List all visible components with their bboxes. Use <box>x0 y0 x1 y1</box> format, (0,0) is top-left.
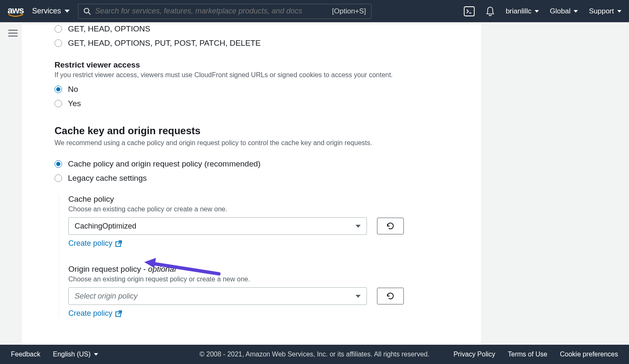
svg-point-0 <box>84 8 88 13</box>
origin-policy-placeholder: Select origin policy <box>75 292 138 301</box>
header-right: brianlillc Global Support <box>464 6 621 16</box>
http-method-option[interactable]: GET, HEAD, OPTIONS, PUT, POST, PATCH, DE… <box>55 39 469 48</box>
origin-policy-label-text: Origin request policy - <box>68 265 148 273</box>
footer-links: Privacy Policy Terms of Use Cookie prefe… <box>453 351 618 358</box>
radio-icon <box>55 86 62 93</box>
radio-icon <box>55 174 62 182</box>
cache-section-desc: We recommend using a cache policy and or… <box>55 139 469 147</box>
services-label: Services <box>32 7 61 16</box>
allowed-http-methods: GET, HEAD, OPTIONS GET, HEAD, OPTIONS, P… <box>55 24 469 48</box>
cache-mode-legacy[interactable]: Legacy cache settings <box>55 174 469 183</box>
cookies-link[interactable]: Cookie preferences <box>560 351 618 358</box>
feedback-link[interactable]: Feedback <box>11 351 40 358</box>
support-label: Support <box>589 7 614 16</box>
cache-policy-refresh[interactable] <box>377 218 404 234</box>
copyright-text: © 2008 - 2021, Amazon Web Services, Inc.… <box>200 351 429 358</box>
radio-label: Yes <box>68 99 81 108</box>
privacy-link[interactable]: Privacy Policy <box>453 351 495 358</box>
cache-policy-value: CachingOptimized <box>75 222 136 231</box>
svg-rect-2 <box>464 7 474 16</box>
cache-mode-group: Cache policy and origin request policy (… <box>55 159 469 183</box>
origin-policy-refresh[interactable] <box>377 288 404 304</box>
http-method-option[interactable]: GET, HEAD, OPTIONS <box>55 24 469 34</box>
radio-icon <box>55 100 62 107</box>
chevron-down-icon <box>94 353 98 356</box>
origin-policy-select[interactable]: Select origin policy <box>68 287 367 305</box>
origin-policy-optional: optional <box>148 265 176 273</box>
external-link-icon <box>115 310 122 317</box>
cache-section-heading: Cache key and origin requests <box>55 125 469 137</box>
cache-policy-label: Cache policy <box>68 195 469 204</box>
svg-line-1 <box>88 12 90 14</box>
language-label: English (US) <box>53 351 91 358</box>
content-area: GET, HEAD, OPTIONS GET, HEAD, OPTIONS, P… <box>22 22 629 345</box>
svg-line-10 <box>118 311 122 314</box>
search-shortcut: [Option+S] <box>332 7 366 16</box>
create-origin-policy-link[interactable]: Create policy <box>68 309 469 318</box>
aws-logo[interactable]: aws <box>8 7 24 18</box>
account-label: brianlillc <box>506 7 531 16</box>
radio-icon <box>55 25 62 33</box>
restrict-yes-option[interactable]: Yes <box>55 99 469 108</box>
cache-mode-recommended[interactable]: Cache policy and origin request policy (… <box>55 159 469 169</box>
svg-line-8 <box>118 241 122 244</box>
chevron-down-icon <box>65 10 70 13</box>
chevron-down-icon <box>617 10 621 13</box>
refresh-icon <box>386 221 395 231</box>
radio-label: GET, HEAD, OPTIONS <box>68 24 150 34</box>
account-menu[interactable]: brianlillc <box>506 7 539 16</box>
radio-label: No <box>68 85 78 94</box>
link-text: Create policy <box>68 309 112 318</box>
region-menu[interactable]: Global <box>550 7 578 16</box>
policy-settings: Cache policy Choose an existing cache po… <box>59 195 469 318</box>
support-menu[interactable]: Support <box>589 7 621 16</box>
restrict-viewer-desc: If you restrict viewer access, viewers m… <box>55 71 469 79</box>
radio-label: GET, HEAD, OPTIONS, PUT, POST, PATCH, DE… <box>68 39 261 48</box>
region-label: Global <box>550 7 570 16</box>
language-selector[interactable]: English (US) <box>53 351 98 358</box>
chevron-down-icon <box>535 10 539 13</box>
radio-label: Cache policy and origin request policy (… <box>68 159 260 169</box>
cloudshell-icon[interactable] <box>464 6 475 16</box>
global-search[interactable]: [Option+S] <box>78 4 372 19</box>
radio-icon <box>55 160 62 168</box>
cache-policy-desc: Choose an existing cache policy or creat… <box>68 205 469 213</box>
cache-policy-select[interactable]: CachingOptimized <box>68 217 367 235</box>
restrict-no-option[interactable]: No <box>55 85 469 94</box>
external-link-icon <box>115 240 122 247</box>
link-text: Create policy <box>68 239 112 248</box>
search-icon <box>83 8 91 15</box>
chevron-down-icon <box>356 295 361 298</box>
chevron-down-icon <box>356 225 361 228</box>
search-input[interactable] <box>95 7 328 16</box>
top-nav: aws Services [Option+S] brianlillc Globa… <box>0 0 629 22</box>
chevron-down-icon <box>574 10 578 13</box>
origin-policy-label: Origin request policy - optional <box>68 265 469 274</box>
terms-link[interactable]: Terms of Use <box>508 351 547 358</box>
radio-icon <box>55 39 62 47</box>
restrict-viewer-group: No Yes <box>55 85 469 108</box>
create-cache-policy-link[interactable]: Create policy <box>68 239 469 248</box>
radio-label: Legacy cache settings <box>68 174 147 183</box>
aws-smile-icon <box>8 13 23 18</box>
notifications-icon[interactable] <box>486 6 495 16</box>
form-panel: GET, HEAD, OPTIONS GET, HEAD, OPTIONS, P… <box>22 24 481 345</box>
services-menu[interactable]: Services <box>32 7 70 16</box>
origin-policy-desc: Choose an existing origin request policy… <box>68 276 469 283</box>
footer: Feedback English (US) © 2008 - 2021, Ama… <box>0 345 629 364</box>
restrict-viewer-title: Restrict viewer access <box>55 60 469 70</box>
refresh-icon <box>386 291 395 301</box>
side-nav-toggle[interactable] <box>8 29 18 37</box>
